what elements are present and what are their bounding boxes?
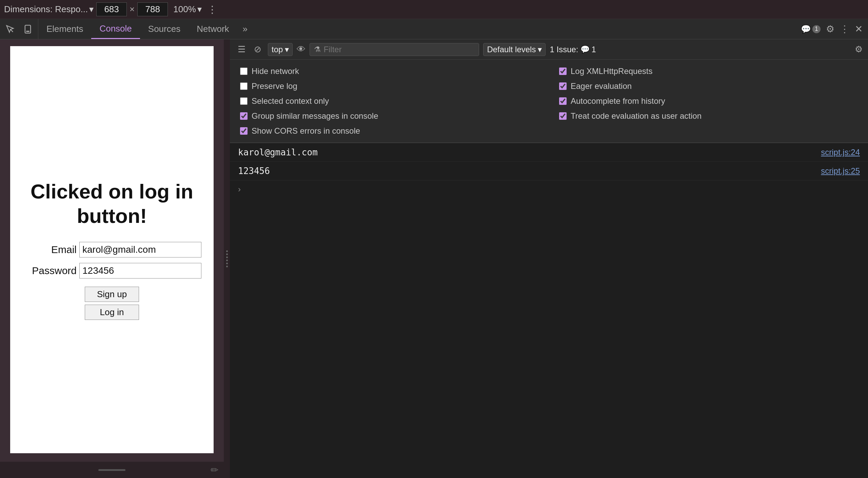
setting-show-cors: Show CORS errors in console — [240, 126, 539, 136]
email-row: Email — [22, 242, 201, 257]
message-badge: 💬 1 — [801, 24, 821, 34]
hide-network-checkbox[interactable] — [240, 68, 248, 75]
log-password-source[interactable]: script.js:25 — [821, 166, 860, 176]
console-context-select[interactable]: top ▾ — [268, 43, 293, 56]
form-buttons: Sign up Log in — [85, 287, 139, 320]
tab-console-label: Console — [99, 23, 132, 34]
autocomplete-checkbox[interactable] — [559, 97, 567, 105]
device-icon[interactable] — [22, 23, 34, 35]
resize-dot — [226, 260, 228, 261]
log-xml-checkbox[interactable] — [559, 68, 567, 75]
dimensions-chevron-icon[interactable]: ▾ — [89, 4, 94, 15]
autocomplete-label: Autocomplete from history — [571, 96, 665, 106]
tab-network[interactable]: Network — [189, 19, 237, 39]
tab-elements[interactable]: Elements — [38, 19, 91, 39]
preserve-log-label: Preserve log — [252, 81, 297, 91]
drag-handle[interactable] — [98, 469, 125, 471]
default-levels-select[interactable]: Default levels ▾ — [483, 43, 546, 56]
issue-count: 1 — [592, 45, 596, 54]
resize-dot — [226, 256, 228, 258]
issue-badge: 1 Issue: 💬 1 — [550, 45, 596, 54]
inspect-icon[interactable] — [4, 23, 16, 35]
main-split: Clicked on log in button! Email Password… — [0, 39, 868, 478]
setting-preserve-log: Preserve log — [240, 81, 539, 91]
signup-button[interactable]: Sign up — [85, 287, 139, 302]
treat-code-checkbox[interactable] — [559, 112, 567, 120]
devtools-close-icon[interactable]: ✕ — [855, 23, 863, 35]
console-settings-panel: Hide network Preserve log Selected conte… — [230, 60, 868, 143]
eager-eval-checkbox[interactable] — [559, 82, 567, 90]
zoom-chevron-icon[interactable]: ▾ — [197, 4, 202, 15]
resize-dot — [226, 250, 228, 252]
selected-context-checkbox[interactable] — [240, 97, 248, 105]
default-levels-label: Default levels — [487, 45, 536, 54]
tab-console[interactable]: Console — [91, 19, 140, 39]
console-toolbar: ☰ ⊘ top ▾ 👁 ⚗ Default levels ▾ 1 Issue: — [230, 39, 868, 60]
log-xml-label: Log XMLHttpRequests — [571, 66, 652, 76]
dimensions-text: Dimensions: Respo... — [4, 4, 88, 15]
devtools-tabs: Elements Console Sources Network » — [38, 19, 795, 39]
preview-bottom-bar: ✏ — [0, 462, 224, 478]
edit-icon[interactable]: ✏ — [211, 464, 218, 476]
console-filter: ⚗ — [310, 43, 479, 56]
prompt-arrow-icon: › — [238, 185, 241, 194]
password-field[interactable] — [79, 263, 201, 279]
log-email-source[interactable]: script.js:24 — [821, 148, 860, 157]
console-settings-icon[interactable]: ⚙ — [855, 44, 863, 55]
setting-group-similar: Group similar messages in console — [240, 111, 539, 121]
setting-autocomplete: Autocomplete from history — [559, 96, 858, 106]
console-prompt: › — [230, 180, 868, 198]
resize-handle[interactable] — [224, 39, 230, 478]
height-input[interactable] — [137, 2, 168, 16]
console-sidebar-icon[interactable]: ☰ — [235, 43, 248, 56]
toolbar-more-icon[interactable]: ⋮ — [207, 3, 218, 15]
log-password-text: 123456 — [238, 166, 815, 176]
devtools-settings-icon[interactable]: ⚙ — [826, 23, 834, 35]
default-levels-chevron-icon: ▾ — [538, 45, 542, 54]
email-field[interactable] — [79, 242, 201, 257]
devtools-panel: Elements Console Sources Network » 💬 1 ⚙… — [0, 19, 868, 478]
eye-icon[interactable]: 👁 — [297, 44, 305, 55]
resize-dot — [226, 266, 228, 267]
tab-more-icon[interactable]: » — [237, 19, 253, 39]
setting-treat-code: Treat code evaluation as user action — [559, 111, 858, 121]
eager-eval-label: Eager evaluation — [571, 81, 632, 91]
issue-icon: 💬 — [580, 45, 590, 54]
context-chevron-icon: ▾ — [285, 45, 289, 54]
message-icon: 💬 — [801, 24, 811, 34]
tab-network-label: Network — [197, 24, 229, 34]
tab-sources-label: Sources — [148, 24, 180, 34]
log-entry-email: karol@gmail.com script.js:24 — [230, 143, 868, 162]
resize-dot — [226, 253, 228, 255]
show-cors-label: Show CORS errors in console — [252, 126, 360, 136]
log-entry-password: 123456 script.js:25 — [230, 162, 868, 180]
setting-hide-network: Hide network — [240, 66, 539, 76]
zoom-value: 100% — [173, 4, 196, 15]
setting-selected-context: Selected context only — [240, 96, 539, 106]
tab-sources[interactable]: Sources — [140, 19, 189, 39]
devtools-nav: Elements Console Sources Network » 💬 1 ⚙… — [0, 19, 868, 39]
width-input[interactable] — [96, 2, 127, 16]
filter-icon: ⚗ — [314, 45, 321, 54]
password-row: Password — [22, 263, 201, 279]
group-similar-checkbox[interactable] — [240, 112, 248, 120]
log-email-text: karol@gmail.com — [238, 147, 815, 157]
preserve-log-checkbox[interactable] — [240, 82, 248, 90]
login-button[interactable]: Log in — [85, 305, 139, 320]
nav-icons — [0, 19, 38, 39]
nav-right: 💬 1 ⚙ ⋮ ✕ — [795, 19, 868, 39]
password-label: Password — [22, 265, 77, 276]
console-clear-icon[interactable]: ⊘ — [252, 43, 264, 56]
page-title: Clicked on log in button! — [24, 179, 200, 228]
selected-context-label: Selected context only — [252, 96, 329, 106]
settings-right: Log XMLHttpRequests Eager evaluation Aut… — [559, 66, 858, 136]
filter-input[interactable] — [323, 45, 475, 54]
svg-rect-1 — [27, 31, 29, 31]
console-log: karol@gmail.com script.js:24 123456 scri… — [230, 143, 868, 478]
treat-code-label: Treat code evaluation as user action — [571, 111, 702, 121]
top-toolbar: Dimensions: Respo... ▾ × 100% ▾ ⋮ — [0, 0, 868, 19]
show-cors-checkbox[interactable] — [240, 127, 248, 135]
devtools-more-icon[interactable]: ⋮ — [840, 23, 849, 35]
setting-log-xml: Log XMLHttpRequests — [559, 66, 858, 76]
context-value: top — [272, 45, 283, 54]
